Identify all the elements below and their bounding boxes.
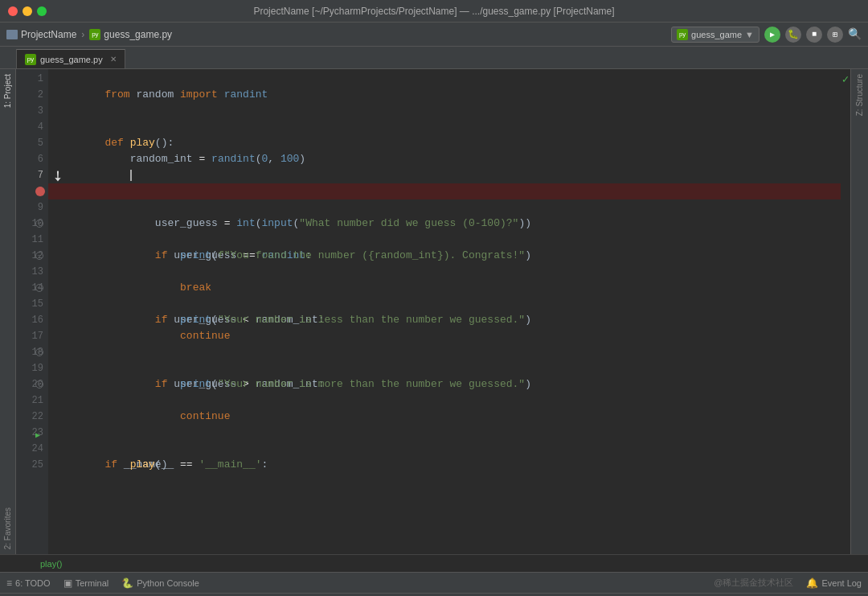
code-line-22	[48, 409, 841, 425]
chevron-down-icon: ▼	[745, 30, 754, 39]
code-line-8: user_guess = int(input("What number did …	[48, 183, 841, 199]
window-title: ProjectName [~/PycharmProjects/ProjectNa…	[253, 6, 614, 17]
code-content: from random import randint def play(): r…	[48, 69, 841, 473]
event-log-icon: 🔔	[806, 578, 818, 589]
statusbar: ◧ 6:1 LF : UTF-8 : 4 spaces : Python 3.6…	[0, 593, 868, 596]
python-console-button[interactable]: 🐍 Python Console	[121, 578, 199, 589]
terminal-button[interactable]: ▣ Terminal	[63, 578, 109, 589]
play-icon: ▶	[770, 30, 775, 39]
tab-file-icon: py	[25, 54, 36, 65]
tabbar: py guess_game.py ✕	[0, 47, 868, 69]
sidebar-project-label[interactable]: 1: Project	[3, 69, 12, 113]
play-info-bar: play()	[0, 554, 868, 572]
grid-icon: ⊞	[833, 30, 837, 39]
maximize-button[interactable]	[37, 6, 47, 16]
line-num-2: 2	[38, 87, 43, 103]
breakpoint-dot	[35, 187, 45, 196]
fold-circle-10: −	[35, 220, 43, 228]
event-log-button[interactable]: 🔔 Event Log	[806, 578, 862, 589]
code-line-1: from random import randint	[48, 71, 841, 87]
code-line-24: play()	[48, 441, 841, 457]
code-editor[interactable]: 1 2 3 4 5 6 7 8 9 10 11 12 13 14 15 16 1…	[16, 69, 841, 554]
tab-guess-game[interactable]: py guess_game.py ✕	[16, 49, 125, 68]
watermark: @稀土掘金技术社区	[714, 577, 793, 589]
line-num-19: 19	[32, 360, 43, 376]
code-line-25	[48, 457, 841, 473]
todo-button[interactable]: ≡ 6: TODO	[6, 578, 51, 589]
fold-circle-14: −	[35, 284, 43, 292]
fold-circle-12: −	[35, 252, 43, 260]
python-console-label: Python Console	[137, 578, 199, 588]
folder-name: ProjectName	[21, 29, 76, 40]
code-line-4: def play():	[48, 119, 841, 135]
code-line-3	[48, 103, 841, 119]
main-area: 1: Project 2: Favorites 1 2 3 4 5 6 7 8 …	[0, 69, 868, 554]
code-line-13	[48, 264, 841, 280]
more-button[interactable]: ⊞	[827, 27, 843, 43]
sidebar-structure[interactable]: Z: Structure	[850, 69, 868, 554]
search-button[interactable]: 🔍	[848, 27, 862, 41]
play-call-label: play()	[40, 559, 63, 569]
line-num-4: 4	[38, 119, 43, 135]
code-line-18: − if user_guess > random_int:	[48, 344, 841, 360]
bug-icon: 🐛	[788, 29, 799, 39]
line-num-3: 3	[38, 103, 43, 119]
line-num-7: 7	[38, 167, 43, 183]
line-num-21: 21	[32, 393, 43, 409]
terminal-icon: ▣	[63, 578, 72, 589]
folder-icon	[6, 30, 18, 39]
code-line-17	[48, 328, 841, 344]
line-num-9: 9	[38, 199, 43, 216]
python-file-icon: py	[89, 29, 100, 40]
code-line-16: continue	[48, 312, 841, 328]
run-arrow-icon: ▶	[35, 428, 40, 444]
run-button[interactable]: ▶	[764, 27, 780, 43]
navbar: ProjectName › py guess_game.py py guess_…	[0, 23, 868, 47]
sidebar-structure-label[interactable]: Z: Structure	[855, 69, 864, 121]
event-log-label: Event Log	[821, 578, 862, 588]
minimize-button[interactable]	[23, 6, 32, 16]
project-folder[interactable]: ProjectName	[6, 29, 76, 40]
line-numbers: 1 2 3 4 5 6 7 8 9 10 11 12 13 14 15 16 1…	[16, 69, 48, 554]
code-line-21	[48, 393, 841, 409]
checkmark-icon: ✓	[842, 72, 849, 86]
code-line-11: print(f"You found the number ({random_in…	[48, 232, 841, 248]
debug-button[interactable]: 🐛	[785, 27, 801, 43]
titlebar: ProjectName [~/PycharmProjects/ProjectNa…	[0, 0, 868, 23]
line-num-5: 5	[38, 135, 43, 151]
todo-icon: ≡	[6, 578, 12, 589]
line-num-11: 11	[32, 232, 43, 248]
window-controls[interactable]	[8, 6, 47, 16]
code-line-15: print("Your number is less than the numb…	[48, 296, 841, 312]
run-controls: py guess_game ▼ ▶ 🐛 ■ ⊞ 🔍	[671, 27, 862, 43]
code-line-7: while True:	[48, 167, 841, 183]
line-num-17: 17	[32, 328, 43, 344]
fold-circle-18: −	[35, 348, 43, 356]
run-selector[interactable]: py guess_game ▼	[671, 27, 760, 43]
sidebar-left: 1: Project 2: Favorites	[0, 69, 16, 554]
line-num-6: 6	[38, 151, 43, 167]
code-line-23: ▶ if __name__ == '__main__':	[48, 425, 841, 441]
code-line-20: − continue	[48, 376, 841, 393]
line-num-16: 16	[32, 312, 43, 328]
stop-button[interactable]: ■	[806, 27, 822, 43]
line-num-15: 15	[32, 296, 43, 312]
todo-label: 6: TODO	[15, 578, 51, 588]
line-num-25: 25	[32, 457, 43, 473]
nav-separator: ›	[81, 29, 84, 40]
code-line-6	[48, 151, 841, 167]
python-console-icon: 🐍	[121, 578, 133, 589]
run-file-icon: py	[677, 29, 688, 40]
code-line-14: − if user_guess < random_int:	[48, 280, 841, 296]
sidebar-favorites-label[interactable]: 2: Favorites	[3, 503, 12, 554]
line-num-22: 22	[32, 409, 43, 425]
stop-icon: ■	[812, 30, 817, 39]
code-line-10: − if user_guess == randint:	[48, 216, 841, 232]
tab-close-icon[interactable]: ✕	[110, 55, 117, 64]
line-num-13: 13	[32, 264, 43, 280]
nav-filename: guess_game.py	[104, 29, 172, 40]
close-button[interactable]	[8, 6, 18, 16]
nav-file[interactable]: py guess_game.py	[89, 29, 172, 40]
tab-label: guess_game.py	[40, 55, 103, 64]
code-line-2	[48, 87, 841, 103]
